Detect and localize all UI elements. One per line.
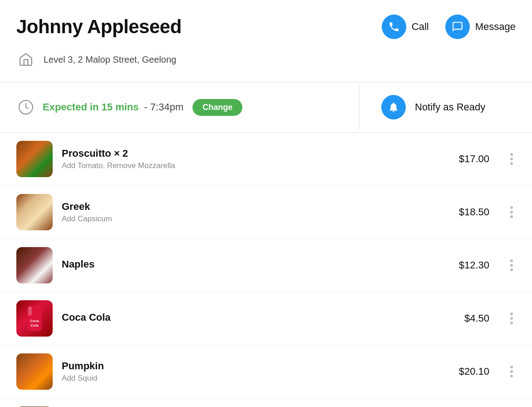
order-item-4: PumpkinAdd Squid$20.10: [0, 345, 532, 398]
item-details-1: GreekAdd Capsicum: [62, 201, 450, 223]
item-details-4: PumpkinAdd Squid: [62, 360, 450, 383]
header-top: Johnny Appleseed Call Message: [16, 15, 516, 39]
item-more-button-0[interactable]: [507, 151, 516, 167]
schedule-time: - 7:34pm: [144, 101, 184, 113]
item-details-3: Coca Cola: [62, 312, 455, 325]
item-image-4: [16, 353, 53, 390]
notify-label: Notify as Ready: [415, 101, 485, 113]
item-name-1: Greek: [62, 201, 450, 213]
item-name-3: Coca Cola: [62, 312, 455, 323]
customer-name: Johnny Appleseed: [16, 16, 182, 38]
message-button[interactable]: Message: [445, 15, 516, 39]
svg-text:Cola: Cola: [30, 323, 39, 328]
item-price-2: $12.30: [459, 259, 489, 271]
call-icon: [382, 15, 406, 39]
address-text: Level 3, 2 Malop Street, Geelong: [44, 55, 176, 65]
clock-icon: [16, 98, 35, 117]
item-more-button-1[interactable]: [507, 204, 516, 220]
svg-rect-2: [28, 307, 32, 316]
item-image-0: [16, 141, 53, 177]
item-more-button-3[interactable]: [507, 311, 516, 326]
message-icon: [445, 15, 470, 39]
item-image-1: [16, 194, 53, 230]
item-price-0: $17.00: [459, 153, 489, 165]
item-price-3: $4.50: [464, 313, 489, 324]
notify-bell-icon: [381, 95, 406, 119]
order-item-3: CocaColaCoca Cola$4.50: [0, 292, 532, 345]
item-details-0: Proscuitto × 2Add Tomato, Remove Mozzare…: [62, 148, 450, 170]
order-item-0: Proscuitto × 2Add Tomato, Remove Mozzare…: [0, 133, 532, 186]
item-image-3: CocaCola: [16, 300, 53, 337]
item-more-button-4[interactable]: [507, 364, 516, 379]
item-name-0: Proscuitto × 2: [62, 148, 450, 159]
item-mods-0: Add Tomato, Remove Mozzarella: [62, 161, 450, 170]
order-list: Proscuitto × 2Add Tomato, Remove Mozzare…: [0, 133, 532, 407]
item-mods-1: Add Capsicum: [62, 214, 450, 223]
call-label: Call: [412, 21, 429, 33]
change-button[interactable]: Change: [192, 99, 242, 116]
schedule-section: Expected in 15 mins - 7:34pm Change Noti…: [0, 82, 532, 133]
svg-text:Coca: Coca: [30, 319, 39, 323]
notify-section[interactable]: Notify as Ready: [360, 82, 532, 132]
address-row: Level 3, 2 Malop Street, Geelong: [16, 50, 516, 73]
order-item-1: GreekAdd Capsicum$18.50: [0, 186, 532, 239]
header: Johnny Appleseed Call Message: [0, 0, 532, 82]
item-details-2: Naples: [62, 258, 450, 272]
home-icon: [16, 50, 35, 69]
item-name-2: Naples: [62, 258, 450, 270]
expected-text: Expected in 15 mins: [43, 101, 139, 113]
schedule-info: Expected in 15 mins - 7:34pm Change: [43, 99, 242, 116]
order-item-5: Chocolate Mousse: [0, 398, 532, 407]
item-mods-4: Add Squid: [62, 374, 450, 383]
item-price-4: $20.10: [459, 366, 489, 377]
item-image-2: [16, 247, 53, 283]
message-label: Message: [475, 21, 516, 33]
item-price-1: $18.50: [459, 206, 489, 218]
call-button[interactable]: Call: [382, 15, 429, 39]
item-more-button-2[interactable]: [507, 258, 516, 273]
order-item-2: Naples$12.30: [0, 239, 532, 292]
schedule-left: Expected in 15 mins - 7:34pm Change: [0, 85, 360, 129]
item-name-4: Pumpkin: [62, 360, 450, 372]
header-actions: Call Message: [382, 15, 516, 39]
